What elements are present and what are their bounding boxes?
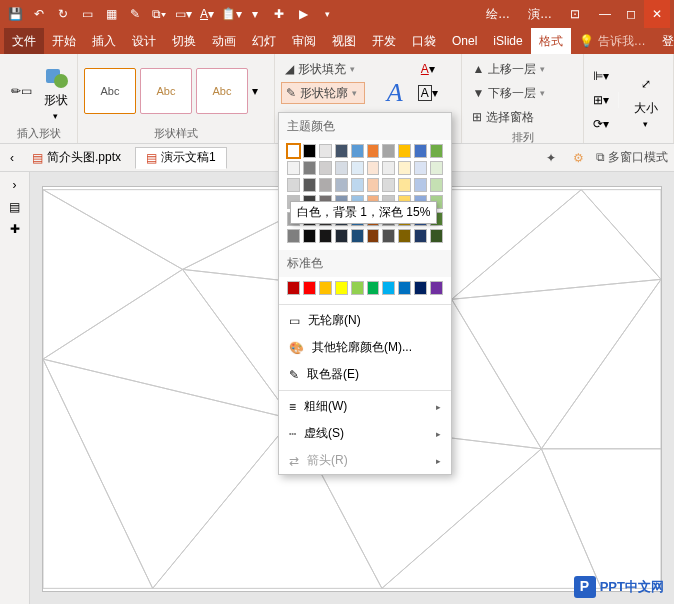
color-swatch[interactable] xyxy=(303,178,316,192)
clone-icon[interactable]: ⧉▾ xyxy=(148,3,170,25)
color-swatch[interactable] xyxy=(319,161,332,175)
tab-view[interactable]: 视图 xyxy=(324,28,364,54)
color-swatch[interactable] xyxy=(351,144,364,158)
new-file-icon[interactable]: ▭ xyxy=(76,3,98,25)
save-icon[interactable]: 💾 xyxy=(4,3,26,25)
color-swatch[interactable] xyxy=(303,144,316,158)
text-fill-icon[interactable]: A▾ xyxy=(417,58,439,80)
document-tab-2[interactable]: ▤ 演示文稿1 xyxy=(135,147,227,169)
shape-style-1[interactable]: Abc xyxy=(84,68,136,114)
box-icon[interactable]: ▭▾ xyxy=(172,3,194,25)
color-swatch[interactable] xyxy=(335,144,348,158)
color-swatch[interactable] xyxy=(335,229,348,243)
paste-icon[interactable]: 📋▾ xyxy=(220,3,242,25)
color-swatch[interactable] xyxy=(414,178,427,192)
color-swatch[interactable] xyxy=(367,281,380,295)
color-swatch[interactable] xyxy=(414,144,427,158)
tab-onel[interactable]: Onel xyxy=(444,28,485,54)
color-swatch[interactable] xyxy=(382,144,395,158)
color-swatch[interactable] xyxy=(382,161,395,175)
edit-shape-button[interactable]: ✏▭ xyxy=(6,77,37,105)
color-swatch[interactable] xyxy=(398,229,411,243)
present-icon[interactable]: ▶ xyxy=(292,3,314,25)
color-swatch[interactable] xyxy=(398,178,411,192)
document-tab-1[interactable]: ▤ 简介头图.pptx xyxy=(22,147,131,169)
table-icon[interactable]: ▦ xyxy=(100,3,122,25)
color-swatch[interactable] xyxy=(351,178,364,192)
color-swatch[interactable] xyxy=(351,161,364,175)
color-swatch[interactable] xyxy=(319,178,332,192)
layout-icon[interactable]: ▾ xyxy=(244,3,266,25)
color-swatch[interactable] xyxy=(319,229,332,243)
no-outline-item[interactable]: ▭无轮廓(N) xyxy=(279,307,451,334)
tab-file[interactable]: 文件 xyxy=(4,28,44,54)
color-swatch[interactable] xyxy=(430,161,443,175)
bring-forward-button[interactable]: ▲上移一层▾ xyxy=(468,58,577,80)
expand-thumbnails-icon[interactable]: › xyxy=(13,178,17,192)
weight-item[interactable]: ≡粗细(W)▸ xyxy=(279,393,451,420)
tab-review[interactable]: 审阅 xyxy=(284,28,324,54)
color-swatch[interactable] xyxy=(430,144,443,158)
color-swatch[interactable] xyxy=(287,178,300,192)
brush-icon[interactable]: ✎ xyxy=(124,3,146,25)
color-swatch[interactable] xyxy=(351,229,364,243)
color-swatch[interactable] xyxy=(351,281,364,295)
send-backward-button[interactable]: ▼下移一层▾ xyxy=(468,82,577,104)
tell-me[interactable]: 💡告诉我… xyxy=(571,28,654,54)
qat-more-icon[interactable]: ▾ xyxy=(316,3,338,25)
size-button[interactable]: ⤢ 大小 ▾ xyxy=(625,70,667,129)
color-swatch[interactable] xyxy=(430,281,443,295)
tab-islide[interactable]: iSlide xyxy=(485,28,530,54)
shape-style-3[interactable]: Abc xyxy=(196,68,248,114)
shape-outline-button[interactable]: ✎形状轮廓▾ xyxy=(281,82,365,104)
color-swatch[interactable] xyxy=(382,229,395,243)
color-swatch[interactable] xyxy=(367,229,380,243)
color-swatch[interactable] xyxy=(382,178,395,192)
tab-developer[interactable]: 开发 xyxy=(364,28,404,54)
color-swatch[interactable] xyxy=(398,281,411,295)
color-swatch[interactable] xyxy=(335,281,348,295)
gear-icon[interactable]: ⚙ xyxy=(568,147,590,169)
color-swatch[interactable] xyxy=(319,144,332,158)
tab-animation[interactable]: 动画 xyxy=(204,28,244,54)
color-swatch[interactable] xyxy=(382,281,395,295)
tab-home[interactable]: 开始 xyxy=(44,28,84,54)
style-gallery-more[interactable]: ▾ xyxy=(252,84,258,98)
tab-insert[interactable]: 插入 xyxy=(84,28,124,54)
color-swatch[interactable] xyxy=(287,161,300,175)
multi-window-button[interactable]: ⧉ 多窗口模式 xyxy=(596,149,668,166)
color-swatch[interactable] xyxy=(430,229,443,243)
dashes-item[interactable]: ┄虚线(S)▸ xyxy=(279,420,451,447)
color-swatch[interactable] xyxy=(319,281,332,295)
color-swatch[interactable] xyxy=(414,229,427,243)
close-icon[interactable]: ✕ xyxy=(644,0,670,28)
shapes-button[interactable]: 形状 ▾ xyxy=(41,62,72,121)
tab-pocket[interactable]: 口袋 xyxy=(404,28,444,54)
color-swatch[interactable] xyxy=(335,178,348,192)
color-swatch[interactable] xyxy=(414,161,427,175)
outline-view-icon[interactable]: ▤ xyxy=(9,200,20,214)
color-swatch[interactable] xyxy=(303,281,316,295)
color-swatch[interactable] xyxy=(367,161,380,175)
color-swatch[interactable] xyxy=(430,178,443,192)
color-swatch[interactable] xyxy=(335,161,348,175)
doc-back-button[interactable]: ‹ xyxy=(6,151,18,165)
color-swatch[interactable] xyxy=(287,144,300,158)
add-icon[interactable]: ✚ xyxy=(268,3,290,25)
align-icon[interactable]: ⊫▾ xyxy=(590,65,612,87)
group-icon[interactable]: ⊞▾ xyxy=(590,89,612,111)
font-color-icon[interactable]: A▾ xyxy=(196,3,218,25)
eyedropper-item[interactable]: ✎取色器(E) xyxy=(279,361,451,388)
tab-slideshow[interactable]: 幻灯 xyxy=(244,28,284,54)
login-button[interactable]: 登录 xyxy=(654,28,674,54)
wordart-style-button[interactable]: A xyxy=(377,75,413,111)
color-swatch[interactable] xyxy=(367,144,380,158)
pin-icon[interactable]: ✦ xyxy=(540,147,562,169)
rotate-icon[interactable]: ⟳▾ xyxy=(590,113,612,135)
color-swatch[interactable] xyxy=(303,229,316,243)
color-swatch[interactable] xyxy=(287,281,300,295)
text-outline-icon[interactable]: A▾ xyxy=(417,82,439,104)
selection-pane-button[interactable]: ⊞选择窗格 xyxy=(468,106,577,128)
tab-format[interactable]: 格式 xyxy=(531,28,571,54)
color-swatch[interactable] xyxy=(303,161,316,175)
